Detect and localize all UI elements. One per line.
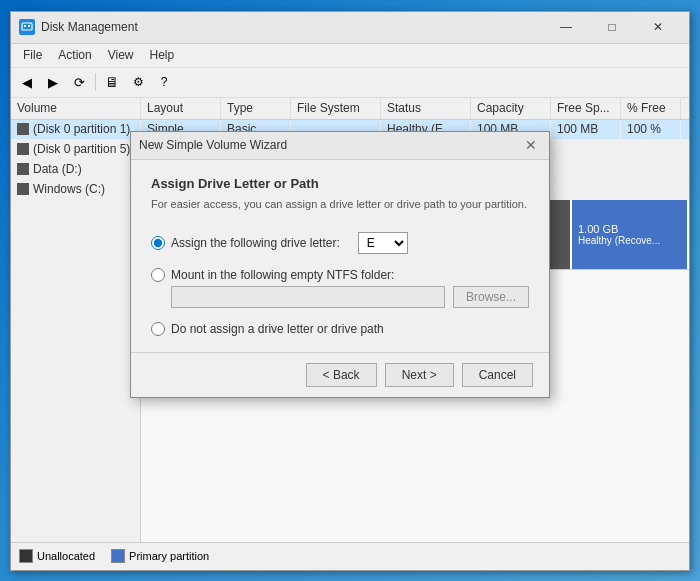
vol-icon-3	[17, 163, 29, 175]
radio-input-2[interactable]	[151, 268, 165, 282]
wizard-dialog: New Simple Volume Wizard ✕ Assign Drive …	[130, 131, 550, 398]
maximize-button[interactable]: □	[589, 11, 635, 43]
radio-label-1: Assign the following drive letter:	[171, 236, 340, 250]
cell-volume-2: (Disk 0 partition 5)	[11, 140, 141, 159]
menu-action[interactable]: Action	[50, 46, 99, 64]
disk-button[interactable]: 🖥	[100, 71, 124, 93]
back-button[interactable]: < Back	[306, 363, 377, 387]
menu-bar: File Action View Help	[11, 44, 689, 68]
radio-label-3: Do not assign a drive letter or drive pa…	[171, 322, 384, 336]
toolbar: ◀ ▶ ⟳ 🖥 ⚙ ?	[11, 68, 689, 98]
cell-pct-1: 100 %	[621, 120, 681, 139]
left-panel	[11, 200, 141, 542]
wizard-title: New Simple Volume Wizard	[139, 138, 521, 152]
legend-box-primary	[111, 549, 125, 563]
refresh-button[interactable]: ⟳	[67, 71, 91, 93]
table-header: Volume Layout Type File System Status Ca…	[11, 98, 689, 120]
wizard-heading: Assign Drive Letter or Path	[151, 176, 529, 191]
drive-select: E F G H	[358, 232, 408, 254]
legend-box-unalloc	[19, 549, 33, 563]
partition-0-2[interactable]: 1.00 GB Healthy (Recove...	[572, 200, 689, 269]
radio-option-1: Assign the following drive letter: E F G…	[151, 232, 529, 254]
ntfs-folder-input[interactable]	[171, 286, 445, 308]
menu-view[interactable]: View	[100, 46, 142, 64]
title-bar: Disk Management — □ ✕	[11, 12, 689, 44]
svg-rect-2	[28, 25, 30, 27]
minimize-button[interactable]: —	[543, 11, 589, 43]
status-bar: Unallocated Primary partition	[11, 542, 689, 570]
wizard-subtext: For easier access, you can assign a driv…	[151, 197, 529, 212]
col-status: Status	[381, 98, 471, 119]
legend-label-unalloc: Unallocated	[37, 550, 95, 562]
legend-unallocated: Unallocated	[19, 549, 95, 563]
wizard-body: Assign Drive Letter or Path For easier a…	[131, 160, 549, 352]
radio-group: Assign the following drive letter: E F G…	[151, 232, 529, 336]
menu-file[interactable]: File	[15, 46, 50, 64]
radio-input-3[interactable]	[151, 322, 165, 336]
col-free: Free Sp...	[551, 98, 621, 119]
window-title: Disk Management	[41, 20, 543, 34]
radio-option-2: Mount in the following empty NTFS folder…	[151, 268, 529, 308]
legend-label-primary: Primary partition	[129, 550, 209, 562]
drive-letter-dropdown[interactable]: E F G H	[358, 232, 408, 254]
wizard-title-bar: New Simple Volume Wizard ✕	[131, 132, 549, 160]
next-button[interactable]: Next >	[385, 363, 454, 387]
cell-pct-4	[621, 180, 681, 199]
svg-rect-1	[24, 25, 26, 27]
cell-free-1: 100 MB	[551, 120, 621, 139]
vol-icon-2	[17, 143, 29, 155]
cell-free-4	[551, 180, 621, 199]
properties-button[interactable]: ⚙	[126, 71, 150, 93]
cell-volume-1: (Disk 0 partition 1)	[11, 120, 141, 139]
col-pct: % Free	[621, 98, 681, 119]
cell-free-3	[551, 160, 621, 179]
cell-pct-2	[621, 140, 681, 159]
legend-primary: Primary partition	[111, 549, 209, 563]
col-type: Type	[221, 98, 291, 119]
cell-pct-3	[621, 160, 681, 179]
col-volume: Volume	[11, 98, 141, 119]
vol-icon-4	[17, 183, 29, 195]
app-icon	[19, 19, 35, 35]
radio-input-1[interactable]	[151, 236, 165, 250]
cell-volume-3: Data (D:)	[11, 160, 141, 179]
help-toolbar-button[interactable]: ?	[152, 71, 176, 93]
back-button[interactable]: ◀	[15, 71, 39, 93]
col-capacity: Capacity	[471, 98, 551, 119]
forward-button[interactable]: ▶	[41, 71, 65, 93]
menu-help[interactable]: Help	[142, 46, 183, 64]
wizard-close-button[interactable]: ✕	[521, 135, 541, 155]
browse-button[interactable]: Browse...	[453, 286, 529, 308]
ntfs-row: Browse...	[171, 286, 529, 308]
wizard-footer: < Back Next > Cancel	[131, 352, 549, 397]
window-controls: — □ ✕	[543, 11, 681, 43]
col-fs: File System	[291, 98, 381, 119]
close-button[interactable]: ✕	[635, 11, 681, 43]
vol-icon-1	[17, 123, 29, 135]
cell-free-2	[551, 140, 621, 159]
radio-option-3: Do not assign a drive letter or drive pa…	[151, 322, 529, 336]
radio-label-2: Mount in the following empty NTFS folder…	[171, 268, 394, 282]
col-layout: Layout	[141, 98, 221, 119]
cell-volume-4: Windows (C:)	[11, 180, 141, 199]
toolbar-separator	[95, 73, 96, 91]
svg-rect-0	[22, 23, 32, 30]
cancel-button[interactable]: Cancel	[462, 363, 533, 387]
